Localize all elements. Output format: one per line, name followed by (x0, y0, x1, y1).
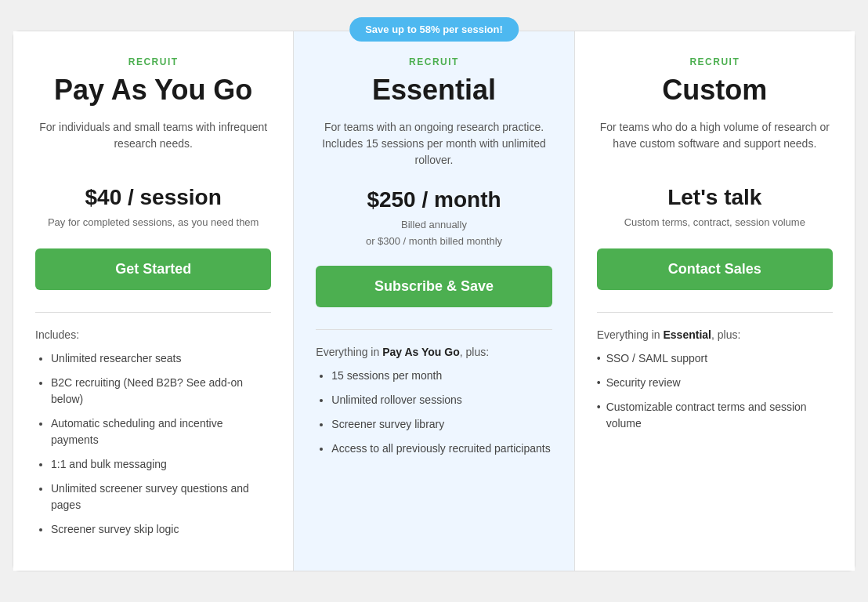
includes-label-1: Includes: (35, 328, 271, 341)
plan-name-3: Custom (597, 74, 833, 107)
plan-custom: RECRUIT Custom For teams who do a high v… (575, 31, 855, 571)
plan-essential: Save up to 58% per session! RECRUIT Esse… (294, 31, 574, 571)
feature-1-3: Automatic scheduling and incentive payme… (51, 415, 271, 448)
feature-1-2: B2C recruiting (Need B2B? See add-on bel… (51, 375, 271, 408)
feature-list-1: Unlimited researcher seats B2C recruitin… (35, 350, 271, 538)
save-badge: Save up to 58% per session! (349, 17, 519, 42)
plan-description-1: For individuals and small teams with inf… (35, 119, 271, 166)
plan-price-note-2: Billed annually (316, 217, 552, 233)
contact-sales-button[interactable]: Contact Sales (597, 248, 833, 290)
feature-1-6: Screener survey skip logic (51, 521, 271, 538)
plan-price-2: $250 / month (316, 187, 552, 212)
feature-1-1: Unlimited researcher seats (51, 350, 271, 367)
feature-1-4: 1:1 and bulk messaging (51, 456, 271, 473)
plan-name-2: Essential (316, 74, 552, 107)
feature-3-2: Security review (597, 375, 833, 391)
feature-list-3: SSO / SAML support Security review Custo… (597, 350, 833, 432)
plan-description-2: For teams with an ongoing research pract… (316, 119, 552, 169)
feature-3-1: SSO / SAML support (597, 350, 833, 367)
pricing-container: RECRUIT Pay As You Go For individuals an… (13, 31, 855, 572)
plan-label-2: RECRUIT (316, 56, 552, 67)
includes-bold-3: Essential (663, 328, 711, 341)
feature-2-4: Access to all previously recruited parti… (331, 441, 552, 457)
feature-2-2: Unlimited rollover sessions (331, 392, 552, 408)
includes-bold-2: Pay As You Go (382, 346, 460, 358)
plan-price-note-3: Custom terms, contract, session volume (597, 215, 833, 230)
plan-price-sub-2: or $300 / month billed monthly (316, 235, 552, 247)
plan-label-3: RECRUIT (597, 56, 833, 67)
includes-label-2: Everything in Pay As You Go, plus: (316, 346, 552, 358)
get-started-button[interactable]: Get Started (35, 248, 271, 290)
feature-1-5: Unlimited screener survey questions and … (51, 481, 271, 513)
includes-label-3: Everything in Essential, plus: (597, 328, 833, 341)
feature-list-2: 15 sessions per month Unlimited rollover… (316, 368, 552, 457)
subscribe-save-button[interactable]: Subscribe & Save (316, 266, 552, 307)
plan-label-1: RECRUIT (35, 56, 271, 67)
plan-pay-as-you-go: RECRUIT Pay As You Go For individuals an… (13, 31, 294, 571)
plan-description-3: For teams who do a high volume of resear… (597, 119, 833, 166)
plan-name-1: Pay As You Go (35, 74, 271, 107)
plan-price-1: $40 / session (35, 185, 271, 210)
feature-3-3: Customizable contract terms and session … (597, 399, 833, 432)
feature-2-1: 15 sessions per month (331, 368, 552, 384)
plan-price-note-1: Pay for completed sessions, as you need … (35, 215, 271, 230)
plan-price-3: Let's talk (597, 185, 833, 210)
feature-2-3: Screener survey library (331, 416, 552, 433)
